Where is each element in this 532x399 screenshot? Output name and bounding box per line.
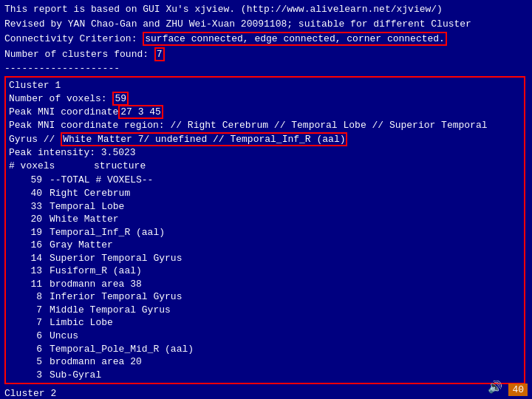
voxels-cell: 13 <box>9 265 50 278</box>
table-row: 40 Right Cerebrum <box>9 187 521 200</box>
cluster1-table: 59 --TOTAL # VOXELS-- 40 Right Cerebrum … <box>9 174 521 381</box>
table-row: 7 Middle Temporal Gyrus <box>9 304 521 317</box>
header-line1: This report is based on GUI Xu's xjview.… <box>4 3 528 16</box>
structure-cell: White Matter <box>50 213 119 226</box>
table-row: 5 brodmann area 20 <box>9 355 521 369</box>
structure-cell: Uncus <box>50 330 78 343</box>
table-row: 7 Limbic Lobe <box>9 316 521 330</box>
cluster1-peak-intensity: Peak intensity: 3.5023 <box>9 146 521 160</box>
structure-cell: Limbic Lobe <box>50 316 113 330</box>
connectivity-highlight: surface connected, edge connected, corne… <box>143 32 447 46</box>
main-content: This report is based on GUI Xu's xjview.… <box>0 0 532 399</box>
table-row: 6 Uncus <box>9 330 521 343</box>
voxels-cell: 7 <box>9 316 50 330</box>
structure-cell: brodmann area 38 <box>50 278 142 291</box>
structure-cell: Temporal_Pole_Mid_R (aal) <box>50 343 194 356</box>
cluster1-peak-region2: Gyrus // White Matter 7/ undefined // Te… <box>9 133 521 146</box>
cluster1-peak-region1: Peak MNI coordinate region: // Right Cer… <box>9 119 521 132</box>
cluster1-label: Cluster 1 <box>9 79 521 92</box>
table-row: 19 Temporal_Inf_R (aal) <box>9 226 521 239</box>
voxel-count-box: 59 <box>112 92 129 106</box>
voxels-cell: 6 <box>9 343 50 356</box>
structure-cell: Right Cerebrum <box>50 187 130 200</box>
table-row: 3 Sub-Gyral <box>9 369 521 382</box>
cluster-count-highlight: 7 <box>154 47 165 61</box>
table-row: 33 Temporal Lobe <box>9 200 521 214</box>
table-row: 59 --TOTAL # VOXELS-- <box>9 174 521 187</box>
structure-cell: Middle Temporal Gyrus <box>50 304 171 317</box>
speaker-icon[interactable]: 🔊 <box>488 380 502 395</box>
voxels-cell: 6 <box>9 330 50 343</box>
voxels-cell: 20 <box>9 213 50 226</box>
table-col1-header: # voxels <box>9 160 57 173</box>
structure-cell: brodmann area 20 <box>50 355 142 369</box>
voxels-cell: 14 <box>9 252 50 265</box>
header-line4: Number of clusters found: 7 <box>4 48 528 61</box>
structure-cell: --TOTAL # VOXELS-- <box>50 174 153 187</box>
voxels-cell: 59 <box>9 174 50 187</box>
cluster1-voxels: Number of voxels: 59 <box>9 92 521 106</box>
table-row: 6 Temporal_Pole_Mid_R (aal) <box>9 343 521 356</box>
table-row: 16 Gray Matter <box>9 239 521 252</box>
structure-cell: Fusiform_R (aal) <box>50 265 142 278</box>
divider: -------------------- <box>4 63 528 74</box>
table-row: 20 White Matter <box>9 213 521 226</box>
white-matter-highlight: White Matter 7/ undefined // Temporal_In… <box>61 132 347 146</box>
cluster2-section: Cluster 2 Number of voxels: 98 Peak MNI … <box>4 388 528 399</box>
voxels-cell: 16 <box>9 239 50 252</box>
table-col2-header: structure <box>57 160 146 173</box>
table-header-row: # voxels structure <box>9 160 521 173</box>
page-number: 40 <box>508 383 528 396</box>
structure-cell: Inferior Temporal Gyrus <box>50 290 182 304</box>
structure-cell: Temporal Lobe <box>50 200 124 214</box>
structure-cell: Superior Temporal Gyrus <box>50 252 182 265</box>
structure-cell: Sub-Gyral <box>50 369 101 382</box>
voxels-cell: 19 <box>9 226 50 239</box>
voxels-cell: 5 <box>9 355 50 369</box>
header-line2: Revised by YAN Chao-Gan and ZHU Wei-Xuan… <box>4 18 528 31</box>
table-row: 14 Superior Temporal Gyrus <box>9 252 521 265</box>
voxels-cell: 11 <box>9 278 50 291</box>
voxels-cell: 8 <box>9 290 50 304</box>
table-row: 8 Inferior Temporal Gyrus <box>9 290 521 304</box>
voxels-cell: 3 <box>9 369 50 382</box>
table-row: 13 Fusiform_R (aal) <box>9 265 521 278</box>
cluster2-label: Cluster 2 <box>4 388 528 399</box>
header-line3: Connectivity Criterion: surface connecte… <box>4 33 528 46</box>
structure-cell: Temporal_Inf_R (aal) <box>50 226 165 239</box>
voxels-cell: 33 <box>9 200 50 214</box>
peak-coords-box: 27 3 45 <box>118 105 163 119</box>
voxels-cell: 7 <box>9 304 50 317</box>
cluster1-section: Cluster 1 Number of voxels: 59 Peak MNI … <box>4 76 525 384</box>
voxels-cell: 40 <box>9 187 50 200</box>
structure-cell: Gray Matter <box>50 239 113 252</box>
table-row: 11 brodmann area 38 <box>9 278 521 291</box>
cluster1-peak-mni: Peak MNI coordinate27 3 45 <box>9 106 521 119</box>
